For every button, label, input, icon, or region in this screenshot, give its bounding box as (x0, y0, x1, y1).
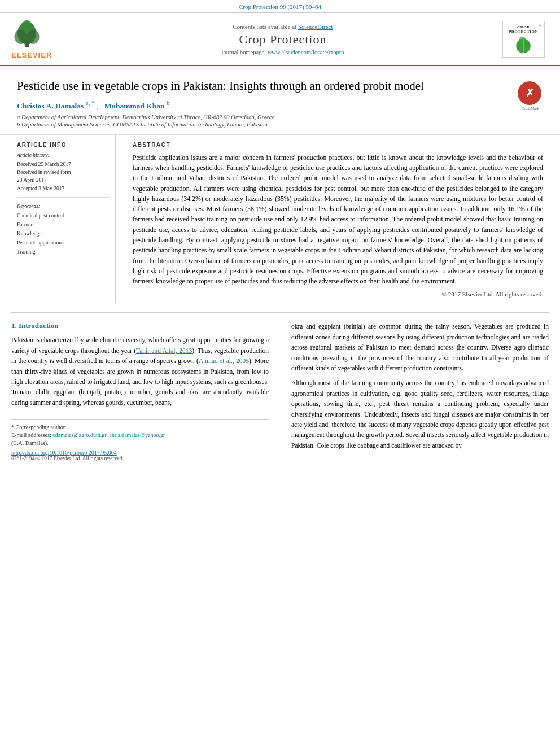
journal-header-center: Contents lists available at ScienceDirec… (68, 23, 498, 55)
intro-right-paragraph1: okra and eggplant (brinjal) are common d… (291, 321, 549, 373)
article-title-left: Pesticide use in vegetable crops in Paki… (17, 78, 509, 129)
affiliation1: a Department of Agricultural Development… (17, 114, 509, 120)
journal-reference-bar: Crop Protection 99 (2017) 59–64 (0, 0, 560, 13)
article-main-title: Pesticide use in vegetable crops in Paki… (17, 78, 509, 94)
science-direct-label: Contents lists available at ScienceDirec… (68, 23, 498, 30)
article-authors: Christos A. Damalas a, * , Muhammad Khan… (17, 99, 509, 111)
abstract-section: Abstract Pesticide application issues ar… (127, 135, 549, 304)
intro-paragraph1: Pakistan is characterized by wide climat… (11, 335, 269, 408)
journal-ref-text: Crop Protection 99 (2017) 59–64 (239, 3, 321, 10)
keyword-4: Pesticide applications (17, 238, 110, 247)
crossmark-icon: ✗ (518, 81, 541, 105)
elsevier-wordmark: ELSEVIER (11, 51, 52, 59)
crossmark-badge: ✗ CrossMark (518, 81, 543, 111)
copyright-line: © 2017 Elsevier Ltd. All rights reserved… (133, 291, 543, 298)
crop-logo-title-text: CROPPROTECTION (509, 25, 538, 34)
keywords-label: Keywords: (17, 203, 110, 209)
abstract-heading: Abstract (133, 142, 543, 148)
svg-point-4 (21, 20, 32, 33)
author2-superscript: b (167, 99, 170, 106)
main-content-section: 1. Introduction Pakistan is characterize… (0, 313, 560, 461)
journal-homepage: journal homepage: www.elsevier.com/locat… (68, 49, 498, 55)
science-direct-link[interactable]: ScienceDirect (298, 23, 333, 30)
left-body-column: 1. Introduction Pakistan is characterize… (11, 321, 274, 461)
email2-link[interactable]: chris.damalas@yahoo.gr (109, 432, 165, 438)
affiliation2: b Department of Management Sciences, COM… (17, 121, 509, 128)
keyword-2: Farmers (17, 220, 110, 229)
ref-ahmad[interactable]: Ahmad et al., 2005 (199, 357, 249, 364)
right-body-column: okra and eggplant (brinjal) are common d… (286, 321, 549, 461)
keyword-5: Training (17, 247, 110, 256)
article-info-abstract-section: Article Info Article history: Received 2… (0, 135, 560, 313)
keyword-1: Chemical pest control (17, 211, 110, 220)
keyword-3: Knowledge (17, 229, 110, 238)
author2-name: Muhammad Khan (104, 102, 165, 110)
doi-line: http://dx.doi.org/10.1016/j.cropro.2017.… (11, 449, 269, 456)
issn-line: 0261-2194/© 2017 Elsevier Ltd. All right… (11, 456, 269, 461)
journal-header: ELSEVIER Contents lists available at Sci… (0, 13, 560, 66)
received-revised-date: Received in revised form23 April 2017 (17, 168, 110, 185)
article-info-heading: Article Info (17, 142, 110, 148)
doi-link[interactable]: http://dx.doi.org/10.1016/j.cropro.2017.… (11, 449, 117, 456)
homepage-url[interactable]: www.elsevier.com/locate/cropro (268, 49, 344, 55)
history-label: Article history: (17, 152, 110, 158)
article-history-block: Article history: Received 25 March 2017 … (17, 152, 110, 198)
received-date: Received 25 March 2017 (17, 160, 110, 168)
abstract-text: Pesticide application issues are a major… (133, 152, 543, 287)
accepted-date: Accepted 3 May 2017 (17, 185, 110, 193)
article-title-section: Pesticide use in vegetable crops in Paki… (0, 66, 560, 135)
author-name-note: (C.A. Damalas). (11, 440, 269, 446)
ref-tahir-altaf[interactable]: Tahir and Altaf, 2013 (136, 347, 192, 354)
author1-superscript: a, * (86, 99, 95, 106)
introduction-heading: 1. Introduction (11, 321, 269, 330)
author1-name: Christos A. Damalas (17, 102, 84, 110)
journal-title: Crop Protection (68, 32, 498, 47)
email-note: E-mail addresses: cdamalas@agro.duth.gr,… (11, 432, 269, 438)
corresponding-author-note: * Corresponding author. (11, 424, 269, 430)
article-info-panel: Article Info Article history: Received 2… (11, 135, 116, 304)
email1-link[interactable]: cdamalas@agro.duth.gr, (53, 432, 107, 438)
crop-logo-box: CROPPROTECTION ✦ (502, 21, 545, 58)
crop-protection-logo: CROPPROTECTION ✦ (498, 21, 549, 58)
elsevier-tree-icon (11, 19, 42, 50)
keywords-section: Keywords: Chemical pest control Farmers … (17, 203, 110, 257)
footnote-section: * Corresponding author. E-mail addresses… (11, 419, 269, 461)
crossmark-label: CrossMark (518, 106, 543, 111)
elsevier-logo-section: ELSEVIER (11, 19, 68, 59)
crop-leaf-icon (512, 34, 535, 54)
logo-mark: ✦ (538, 23, 542, 28)
intro-right-paragraph2: Although most of the farming community a… (291, 378, 549, 451)
